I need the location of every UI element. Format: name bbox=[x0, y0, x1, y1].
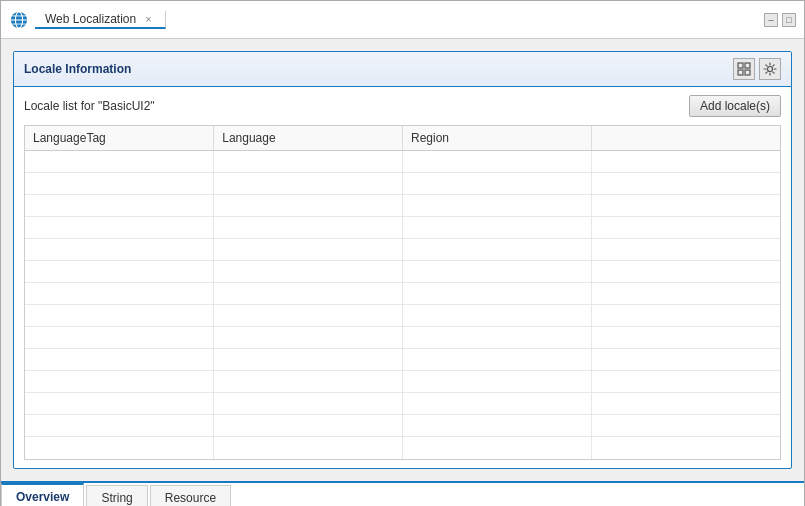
table-row bbox=[25, 239, 780, 261]
svg-rect-7 bbox=[738, 70, 743, 75]
table-header-row: LanguageTag Language Region bbox=[25, 126, 780, 151]
svg-rect-5 bbox=[738, 63, 743, 68]
panel-title: Locale Information bbox=[24, 62, 131, 76]
table-row bbox=[25, 173, 780, 195]
col-extra bbox=[591, 126, 780, 151]
panel-header: Locale Information bbox=[14, 52, 791, 87]
main-window: Web Localization × – □ Locale Informatio… bbox=[0, 0, 805, 506]
title-bar: Web Localization × – □ bbox=[1, 1, 804, 39]
col-language-tag: LanguageTag bbox=[25, 126, 214, 151]
app-icon bbox=[9, 10, 29, 30]
table-row bbox=[25, 283, 780, 305]
table-row bbox=[25, 371, 780, 393]
tab-label: Web Localization bbox=[45, 12, 136, 26]
svg-rect-8 bbox=[745, 70, 750, 75]
table-row bbox=[25, 305, 780, 327]
minimize-button[interactable]: – bbox=[764, 13, 778, 27]
table-row bbox=[25, 151, 780, 173]
locale-list-label: Locale list for "BasicUI2" bbox=[24, 99, 155, 113]
tab-resource[interactable]: Resource bbox=[150, 485, 231, 507]
locale-table-body bbox=[25, 151, 780, 459]
window-controls: – □ bbox=[764, 13, 796, 27]
content-area: Locale Information bbox=[1, 39, 804, 481]
table-row bbox=[25, 327, 780, 349]
table-row bbox=[25, 437, 780, 459]
table-row bbox=[25, 261, 780, 283]
svg-rect-6 bbox=[745, 63, 750, 68]
maximize-button[interactable]: □ bbox=[782, 13, 796, 27]
tab-string[interactable]: String bbox=[86, 485, 147, 507]
locale-table-wrapper: LanguageTag Language Region bbox=[24, 125, 781, 460]
table-row bbox=[25, 349, 780, 371]
panel-body: Locale list for "BasicUI2" Add locale(s)… bbox=[14, 87, 791, 468]
add-locale-button[interactable]: Add locale(s) bbox=[689, 95, 781, 117]
col-region: Region bbox=[403, 126, 592, 151]
bottom-tabs: Overview String Resource bbox=[1, 481, 804, 507]
tab-web-localization[interactable]: Web Localization × bbox=[35, 11, 166, 29]
panel-icon-grid[interactable] bbox=[733, 58, 755, 80]
tab-overview[interactable]: Overview bbox=[1, 483, 84, 507]
tab-close-icon[interactable]: × bbox=[142, 11, 154, 27]
locale-panel: Locale Information bbox=[13, 51, 792, 469]
panel-icons bbox=[733, 58, 781, 80]
col-language: Language bbox=[214, 126, 403, 151]
locale-table: LanguageTag Language Region bbox=[25, 126, 780, 459]
table-row bbox=[25, 393, 780, 415]
tab-strip: Web Localization × bbox=[35, 11, 764, 29]
svg-point-9 bbox=[768, 67, 773, 72]
locale-list-header: Locale list for "BasicUI2" Add locale(s) bbox=[24, 95, 781, 117]
table-row bbox=[25, 415, 780, 437]
panel-icon-settings[interactable] bbox=[759, 58, 781, 80]
table-row bbox=[25, 195, 780, 217]
table-row bbox=[25, 217, 780, 239]
